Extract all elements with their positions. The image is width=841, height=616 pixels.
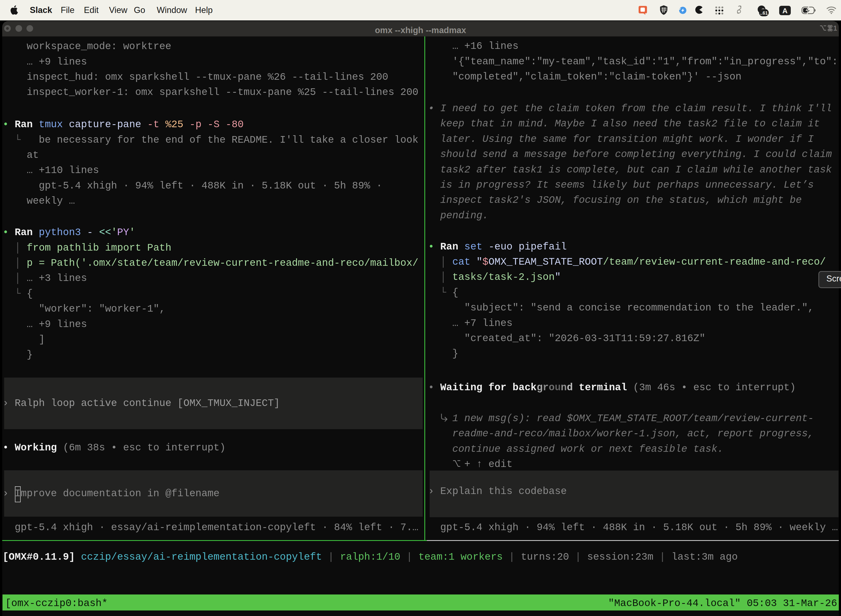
svg-text:A: A <box>782 7 788 15</box>
svg-text:..61: ..61 <box>760 10 768 16</box>
svg-text:1: 1 <box>833 25 837 31</box>
